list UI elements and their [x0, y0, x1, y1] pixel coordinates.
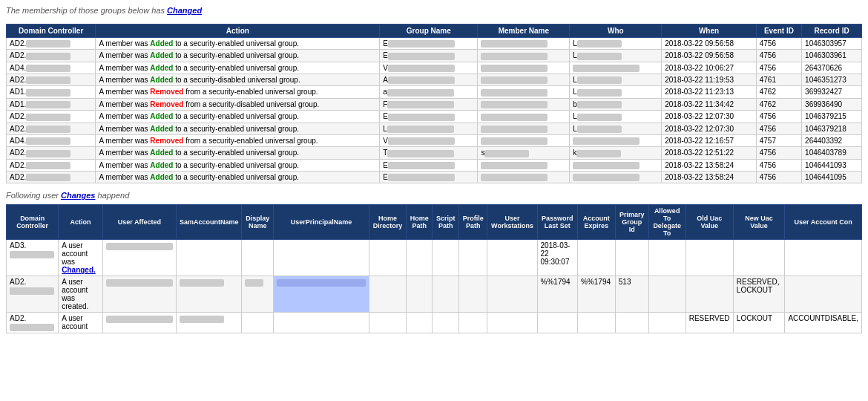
delegate-cell — [648, 276, 685, 313]
user-changes-link[interactable]: Changes — [61, 191, 95, 200]
dc-cell: AD2. — [7, 111, 96, 123]
home-dir-cell — [369, 240, 407, 276]
who-blur — [577, 101, 622, 108]
group-membership-table: Domain Controller Action Group Name Memb… — [6, 24, 862, 183]
profile-path-cell — [459, 313, 487, 333]
dc-text: AD4. — [10, 137, 26, 145]
when-cell: 2018-03-22 12:07:30 — [662, 111, 756, 123]
group-blur — [388, 114, 455, 121]
display-blur — [245, 279, 263, 287]
group-name-cell: F — [380, 98, 478, 110]
dc-text: AD2. — [10, 125, 26, 133]
when-cell: 2018-03-22 12:07:30 — [662, 123, 756, 134]
sam-account-cell — [176, 240, 242, 276]
new-uac-cell — [733, 240, 785, 276]
old-uac-cell: RESERVED — [685, 313, 733, 333]
group-name-cell: E — [380, 171, 478, 183]
group-name-cell: a — [380, 86, 478, 98]
group-name-cell: A — [380, 74, 478, 86]
workstations-cell — [487, 276, 537, 313]
group-letter: A — [383, 76, 388, 84]
dc-text: AD1. — [10, 88, 26, 96]
user-table-row: AD2.A user accountRESERVEDLOCKOUTACCOUNT… — [7, 313, 862, 333]
table-row: AD2.A member was Added to a security-ena… — [7, 50, 862, 62]
group-blur — [388, 65, 455, 72]
user-dc-blur — [10, 251, 54, 258]
member-blur — [481, 65, 548, 72]
dc-cell: AD2. — [7, 74, 96, 86]
who-blur — [573, 65, 640, 72]
record-id-cell: 264370626 — [802, 62, 862, 74]
table-row: AD2.A member was Added to a security-ena… — [7, 123, 862, 134]
dc-blur — [26, 162, 70, 169]
acc-expires-cell — [577, 240, 615, 276]
group-name-cell: E — [380, 159, 478, 171]
who-cell: k — [570, 147, 662, 159]
home-dir-cell — [369, 276, 407, 313]
dc-cell: AD2. — [7, 38, 96, 50]
when-cell: 2018-03-22 09:56:58 — [662, 38, 756, 50]
group-name-cell: E — [380, 38, 478, 50]
table-row: AD2.A member was Added to a security-ena… — [7, 147, 862, 159]
profile-path-cell — [459, 240, 487, 276]
pwd-last-set-cell: %%1794 — [537, 276, 577, 313]
user-col-header: Primary Group Id — [615, 205, 648, 240]
dc-text: AD4. — [10, 64, 26, 72]
user-col-header: Display Name — [242, 205, 274, 240]
dc-cell: AD4. — [7, 62, 96, 74]
action-cell: A member was Added to a security-enabled… — [96, 171, 380, 183]
member-blur — [481, 137, 548, 145]
record-id-cell: 1046441095 — [802, 171, 862, 183]
group-notice-text: The membership of those groups below has — [6, 6, 167, 15]
action-changed: Changed. — [62, 266, 96, 274]
dc-text: AD2. — [10, 51, 26, 59]
who-cell: L — [570, 50, 662, 62]
dc-text: AD2. — [10, 39, 26, 48]
group-blur — [387, 125, 454, 133]
who-cell — [570, 62, 662, 74]
member-name-cell — [478, 86, 570, 98]
user-col-header: Home Path — [407, 205, 433, 240]
user-affected-cell — [102, 240, 176, 276]
dc-blur — [26, 53, 70, 60]
action-verb: Removed — [150, 137, 183, 145]
col-when: When — [662, 25, 756, 38]
user-col-header: Allowed To Delegate To — [648, 205, 685, 240]
primary-gid-cell — [615, 240, 648, 276]
group-blur — [388, 76, 455, 84]
who-blur — [573, 162, 640, 169]
when-cell: 2018-03-22 13:58:24 — [662, 171, 756, 183]
user-affected-cell — [102, 313, 176, 333]
member-blur — [481, 101, 548, 108]
table-row: AD1.A member was Removed from a security… — [7, 86, 862, 98]
group-letter: a — [383, 88, 387, 96]
member-blur — [481, 174, 548, 181]
group-letter: E — [383, 112, 388, 120]
uac-con-cell — [785, 240, 862, 276]
dc-text: AD2. — [10, 173, 26, 181]
event-id-cell: 4756 — [756, 147, 801, 159]
record-id-cell: 1046379215 — [802, 111, 862, 123]
who-cell: L — [570, 86, 662, 98]
home-dir-cell — [369, 313, 407, 333]
primary-gid-cell — [615, 313, 648, 333]
group-name-cell: E — [380, 111, 478, 123]
who-cell — [570, 159, 662, 171]
col-record-id: Record ID — [802, 25, 862, 38]
record-id-cell: 1046379218 — [802, 123, 862, 134]
action-verb: Removed — [150, 88, 183, 96]
dc-text: AD2. — [10, 161, 26, 169]
record-id-cell: 1046403789 — [802, 147, 862, 159]
group-changed-link[interactable]: Changed — [167, 6, 202, 15]
member-name-cell — [478, 50, 570, 62]
user-dc-cell: AD3. — [7, 240, 59, 276]
col-domain-controller: Domain Controller — [7, 25, 96, 38]
new-uac-cell: RESERVED, LOCKOUT — [733, 276, 785, 313]
group-name-cell: T — [380, 147, 478, 159]
dc-blur — [26, 40, 70, 48]
event-id-cell: 4756 — [756, 159, 801, 171]
home-path-cell — [407, 313, 433, 333]
group-letter: E — [383, 161, 388, 169]
dc-text: AD2. — [10, 112, 26, 120]
user-col-header: Profile Path — [459, 205, 487, 240]
